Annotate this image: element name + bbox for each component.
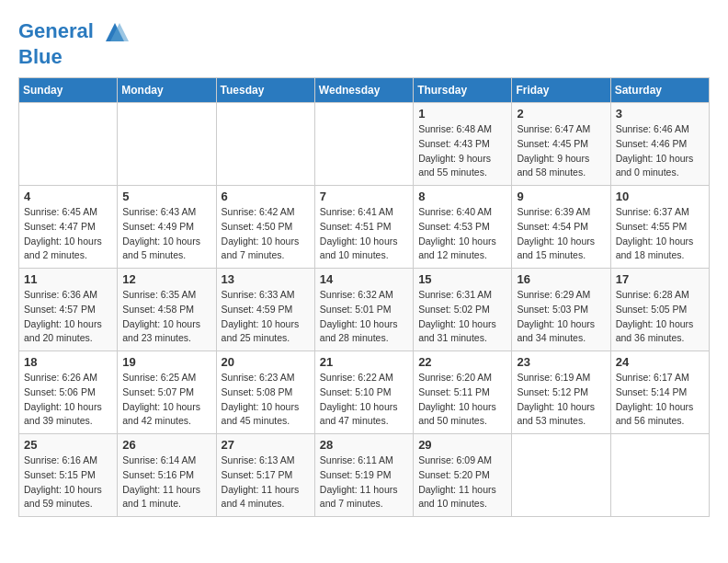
day-number: 15 (418, 272, 506, 286)
day-info: Sunrise: 6:22 AMSunset: 5:10 PMDaylight:… (320, 371, 408, 429)
calendar-week-1: 1Sunrise: 6:48 AMSunset: 4:43 PMDaylight… (19, 103, 710, 186)
weekday-header-saturday: Saturday (610, 78, 709, 103)
calendar-week-4: 18Sunrise: 6:26 AMSunset: 5:06 PMDayligh… (19, 351, 710, 434)
logo: General Blue (18, 18, 129, 68)
calendar-cell: 2Sunrise: 6:47 AMSunset: 4:45 PMDaylight… (512, 103, 610, 186)
day-number: 19 (122, 355, 210, 369)
weekday-header-wednesday: Wednesday (314, 78, 413, 103)
day-info: Sunrise: 6:42 AMSunset: 4:50 PMDaylight:… (222, 205, 310, 263)
day-number: 7 (320, 190, 408, 203)
day-info: Sunrise: 6:17 AMSunset: 5:14 PMDaylight:… (616, 371, 704, 429)
day-number: 6 (222, 190, 310, 203)
day-info: Sunrise: 6:16 AMSunset: 5:15 PMDaylight:… (24, 454, 112, 511)
day-number: 20 (222, 355, 310, 369)
day-number: 9 (517, 190, 605, 203)
day-info: Sunrise: 6:37 AMSunset: 4:55 PMDaylight:… (616, 205, 704, 263)
calendar-cell: 8Sunrise: 6:40 AMSunset: 4:53 PMDaylight… (414, 186, 512, 269)
day-number: 22 (418, 355, 506, 369)
calendar-week-3: 11Sunrise: 6:36 AMSunset: 4:57 PMDayligh… (19, 269, 710, 351)
day-info: Sunrise: 6:11 AMSunset: 5:19 PMDaylight:… (320, 454, 408, 511)
day-info: Sunrise: 6:45 AMSunset: 4:47 PMDaylight:… (24, 205, 112, 263)
calendar-cell: 12Sunrise: 6:35 AMSunset: 4:58 PMDayligh… (118, 269, 216, 351)
calendar-cell: 17Sunrise: 6:28 AMSunset: 5:05 PMDayligh… (610, 269, 709, 351)
calendar-cell (512, 434, 610, 517)
weekday-header-friday: Friday (512, 78, 610, 103)
page-header: General Blue (18, 18, 710, 68)
day-number: 26 (122, 438, 210, 452)
day-info: Sunrise: 6:43 AMSunset: 4:49 PMDaylight:… (122, 205, 210, 263)
day-number: 5 (122, 190, 210, 203)
calendar-week-5: 25Sunrise: 6:16 AMSunset: 5:15 PMDayligh… (19, 434, 710, 517)
logo-general: General (18, 19, 94, 42)
day-number: 27 (222, 438, 310, 452)
calendar-cell: 3Sunrise: 6:46 AMSunset: 4:46 PMDaylight… (610, 103, 709, 186)
calendar-table: SundayMondayTuesdayWednesdayThursdayFrid… (18, 77, 710, 517)
calendar-cell: 21Sunrise: 6:22 AMSunset: 5:10 PMDayligh… (314, 351, 413, 434)
weekday-header-sunday: Sunday (19, 78, 118, 103)
weekday-header-row: SundayMondayTuesdayWednesdayThursdayFrid… (19, 78, 710, 103)
day-info: Sunrise: 6:39 AMSunset: 4:54 PMDaylight:… (517, 205, 605, 263)
calendar-cell (19, 103, 118, 186)
day-info: Sunrise: 6:41 AMSunset: 4:51 PMDaylight:… (320, 205, 408, 263)
day-info: Sunrise: 6:33 AMSunset: 4:59 PMDaylight:… (222, 288, 310, 346)
day-number: 25 (24, 438, 112, 452)
calendar-cell: 1Sunrise: 6:48 AMSunset: 4:43 PMDaylight… (414, 103, 512, 186)
weekday-header-tuesday: Tuesday (216, 78, 314, 103)
calendar-header: SundayMondayTuesdayWednesdayThursdayFrid… (19, 78, 710, 103)
calendar-cell (216, 103, 314, 186)
day-info: Sunrise: 6:36 AMSunset: 4:57 PMDaylight:… (24, 288, 112, 346)
day-number: 10 (616, 190, 704, 203)
day-info: Sunrise: 6:29 AMSunset: 5:03 PMDaylight:… (517, 288, 605, 346)
calendar-cell: 13Sunrise: 6:33 AMSunset: 4:59 PMDayligh… (216, 269, 314, 351)
day-number: 14 (320, 272, 408, 286)
calendar-cell (610, 434, 709, 517)
calendar-cell: 15Sunrise: 6:31 AMSunset: 5:02 PMDayligh… (414, 269, 512, 351)
day-number: 11 (24, 272, 112, 286)
day-number: 29 (418, 438, 506, 452)
day-info: Sunrise: 6:28 AMSunset: 5:05 PMDaylight:… (616, 288, 704, 346)
calendar-week-2: 4Sunrise: 6:45 AMSunset: 4:47 PMDaylight… (19, 186, 710, 269)
day-info: Sunrise: 6:32 AMSunset: 5:01 PMDaylight:… (320, 288, 408, 346)
logo-icon (101, 18, 129, 46)
calendar-cell: 10Sunrise: 6:37 AMSunset: 4:55 PMDayligh… (610, 186, 709, 269)
logo-blue: Blue (18, 45, 63, 68)
weekday-header-thursday: Thursday (414, 78, 512, 103)
day-info: Sunrise: 6:19 AMSunset: 5:12 PMDaylight:… (517, 371, 605, 429)
calendar-cell: 29Sunrise: 6:09 AMSunset: 5:20 PMDayligh… (414, 434, 512, 517)
calendar-cell (118, 103, 216, 186)
calendar-cell: 11Sunrise: 6:36 AMSunset: 4:57 PMDayligh… (19, 269, 118, 351)
day-info: Sunrise: 6:14 AMSunset: 5:16 PMDaylight:… (122, 454, 210, 511)
day-info: Sunrise: 6:40 AMSunset: 4:53 PMDaylight:… (418, 205, 506, 263)
calendar-cell: 6Sunrise: 6:42 AMSunset: 4:50 PMDaylight… (216, 186, 314, 269)
day-info: Sunrise: 6:47 AMSunset: 4:45 PMDaylight:… (517, 122, 605, 180)
calendar-cell: 16Sunrise: 6:29 AMSunset: 5:03 PMDayligh… (512, 269, 610, 351)
day-info: Sunrise: 6:20 AMSunset: 5:11 PMDaylight:… (418, 371, 506, 429)
calendar-cell: 14Sunrise: 6:32 AMSunset: 5:01 PMDayligh… (314, 269, 413, 351)
day-number: 1 (418, 107, 506, 121)
day-number: 2 (517, 107, 605, 121)
calendar-cell: 25Sunrise: 6:16 AMSunset: 5:15 PMDayligh… (19, 434, 118, 517)
day-info: Sunrise: 6:09 AMSunset: 5:20 PMDaylight:… (418, 454, 506, 511)
day-number: 3 (616, 107, 704, 121)
day-number: 8 (418, 190, 506, 203)
calendar-cell: 9Sunrise: 6:39 AMSunset: 4:54 PMDaylight… (512, 186, 610, 269)
day-number: 17 (616, 272, 704, 286)
day-info: Sunrise: 6:48 AMSunset: 4:43 PMDaylight:… (418, 122, 506, 180)
calendar-cell: 28Sunrise: 6:11 AMSunset: 5:19 PMDayligh… (314, 434, 413, 517)
day-info: Sunrise: 6:35 AMSunset: 4:58 PMDaylight:… (122, 288, 210, 346)
calendar-cell: 27Sunrise: 6:13 AMSunset: 5:17 PMDayligh… (216, 434, 314, 517)
day-number: 13 (222, 272, 310, 286)
day-info: Sunrise: 6:23 AMSunset: 5:08 PMDaylight:… (222, 371, 310, 429)
day-number: 23 (517, 355, 605, 369)
day-info: Sunrise: 6:25 AMSunset: 5:07 PMDaylight:… (122, 371, 210, 429)
calendar-cell: 5Sunrise: 6:43 AMSunset: 4:49 PMDaylight… (118, 186, 216, 269)
calendar-cell: 22Sunrise: 6:20 AMSunset: 5:11 PMDayligh… (414, 351, 512, 434)
day-info: Sunrise: 6:46 AMSunset: 4:46 PMDaylight:… (616, 122, 704, 180)
calendar-cell (314, 103, 413, 186)
calendar-cell: 26Sunrise: 6:14 AMSunset: 5:16 PMDayligh… (118, 434, 216, 517)
day-number: 28 (320, 438, 408, 452)
day-info: Sunrise: 6:31 AMSunset: 5:02 PMDaylight:… (418, 288, 506, 346)
day-info: Sunrise: 6:13 AMSunset: 5:17 PMDaylight:… (222, 454, 310, 511)
calendar-cell: 20Sunrise: 6:23 AMSunset: 5:08 PMDayligh… (216, 351, 314, 434)
day-number: 16 (517, 272, 605, 286)
